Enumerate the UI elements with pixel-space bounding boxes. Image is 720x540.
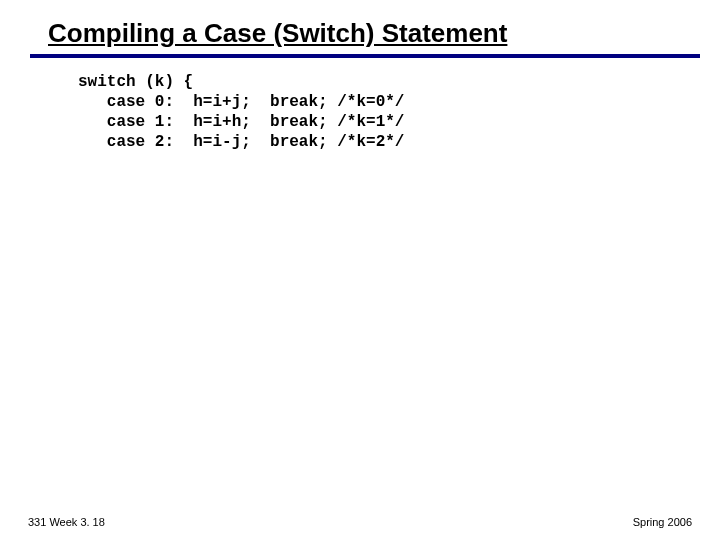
footer-right: Spring 2006 [633,516,692,528]
footer-left: 331 Week 3. 18 [28,516,105,528]
slide: Compiling a Case (Switch) Statement swit… [0,0,720,540]
code-block: switch (k) { case 0: h=i+j; break; /*k=0… [78,72,404,152]
title-underline-rule [30,54,700,58]
slide-title: Compiling a Case (Switch) Statement [48,18,690,51]
